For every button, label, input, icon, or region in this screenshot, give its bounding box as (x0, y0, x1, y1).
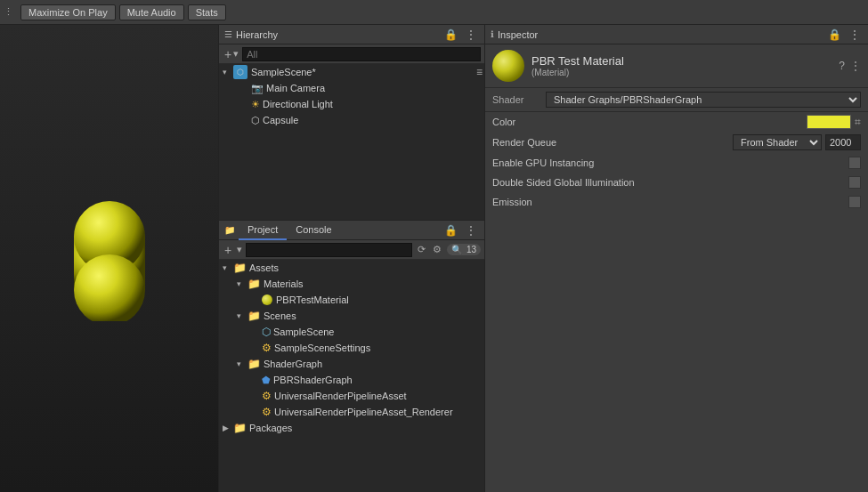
pbr-material-item[interactable]: PBRTestMaterial (219, 292, 484, 308)
packages-folder-icon: 📁 (233, 422, 247, 434)
project-folder-icon: 📁 (224, 225, 235, 235)
hierarchy-scene-item[interactable]: ▾ ⬡ SampleScene* ≡ (219, 64, 484, 80)
project-content: ▾ 📁 Assets ▾ 📁 Materials PBRTestMaterial (219, 260, 484, 492)
color-eyedropper-icon[interactable]: ⌗ (855, 116, 861, 128)
material-preview-sphere (492, 50, 524, 82)
inspector-lock-button[interactable]: 🔒 (826, 28, 843, 41)
color-swatch[interactable] (807, 115, 851, 129)
project-sync-button[interactable]: ⟳ (416, 244, 427, 255)
urp-renderer-icon: ⚙ (262, 406, 272, 418)
stats-button[interactable]: Stats (188, 4, 226, 20)
materials-folder-label: Materials (264, 278, 304, 289)
assets-root-item[interactable]: ▾ 📁 Assets (219, 260, 484, 276)
pbr-shader-label: PBRShaderGraph (273, 375, 353, 385)
render-queue-row: Render Queue From Shader (485, 132, 868, 153)
emission-row: Emission (485, 192, 868, 212)
shadergraph-arrow: ▾ (237, 359, 247, 368)
inspector-icon: ℹ (491, 29, 494, 39)
inspector-settings-button[interactable]: ⋮ (850, 60, 861, 72)
scenes-folder-item[interactable]: ▾ 📁 Scenes (219, 308, 484, 324)
vertical-dots-icon: ⋮ (4, 6, 13, 18)
inspector-help-button[interactable]: ? (839, 60, 845, 72)
project-filter-button[interactable]: ⚙ (431, 244, 443, 255)
shadergraph-folder-item[interactable]: ▾ 📁 ShaderGraph (219, 356, 484, 372)
urp-renderer-label: UniversalRenderPipelineAsset_Renderer (274, 407, 453, 417)
hierarchy-icon: ☰ (224, 29, 232, 39)
double-sided-checkbox[interactable] (848, 176, 861, 189)
mute-audio-button[interactable]: Mute Audio (119, 4, 184, 20)
maximize-on-play-button[interactable]: Maximize On Play (20, 4, 116, 20)
hierarchy-capsule-item[interactable]: ⬡ Capsule (219, 112, 484, 128)
material-name-label: PBR Test Material (531, 54, 624, 68)
urp-asset-label: UniversalRenderPipelineAsset (274, 391, 407, 401)
packages-label: Packages (249, 423, 292, 433)
hierarchy-light-item[interactable]: ☀ Directional Light (219, 96, 484, 112)
gpu-instancing-checkbox[interactable] (848, 157, 861, 169)
render-queue-label: Render Queue (492, 137, 733, 148)
hierarchy-title: Hierarchy (236, 29, 442, 40)
project-search-input[interactable] (246, 243, 412, 257)
assets-count-badge: 🔍 13 (447, 244, 481, 255)
sample-scene-settings-item[interactable]: ⚙ SampleSceneSettings (219, 340, 484, 356)
pbr-shader-item[interactable]: ⬟ PBRShaderGraph (219, 372, 484, 388)
hierarchy-camera-item[interactable]: 📷 Main Camera (219, 80, 484, 96)
hierarchy-panel: ☰ Hierarchy 🔒 ⋮ + ▾ ▾ ⬡ SampleScene* ≡ (219, 25, 484, 221)
material-title-group: PBR Test Material (Material) (531, 54, 624, 77)
assets-count-icon: 🔍 (451, 245, 462, 254)
capsule-label: Capsule (263, 115, 298, 125)
top-toolbar: ⋮ Maximize On Play Mute Audio Stats (0, 0, 868, 25)
emission-checkbox[interactable] (848, 196, 861, 208)
scenes-arrow: ▾ (237, 311, 247, 320)
tab-project[interactable]: Project (239, 221, 287, 240)
color-label: Color (492, 117, 807, 127)
double-sided-row: Double Sided Global Illumination (485, 173, 868, 192)
project-menu-button[interactable]: ⋮ (463, 223, 479, 238)
pbr-material-label: PBRTestMaterial (276, 294, 349, 305)
camera-label: Main Camera (266, 83, 325, 93)
hierarchy-content: ▾ ⬡ SampleScene* ≡ 📷 Main Camera ☀ Direc… (219, 64, 484, 220)
scene-hamburger-button[interactable]: ≡ (475, 66, 484, 78)
scenes-folder-icon: 📁 (247, 310, 261, 322)
project-toolbar: + ▾ ⟳ ⚙ 🔍 13 (219, 240, 484, 260)
project-lock-button[interactable]: 🔒 (442, 224, 459, 237)
scene-background (0, 25, 218, 492)
double-sided-label: Double Sided Global Illumination (492, 177, 848, 188)
hierarchy-add-button[interactable]: + (223, 47, 233, 61)
camera-icon: 📷 (251, 83, 264, 94)
pbr-material-icon (262, 294, 272, 305)
render-queue-dropdown[interactable]: From Shader (733, 134, 822, 150)
gpu-instancing-label: Enable GPU Instancing (492, 157, 848, 168)
material-header: PBR Test Material (Material) ? ⋮ (485, 44, 868, 88)
assets-folder-icon: 📁 (233, 262, 247, 274)
inspector-menu-button[interactable]: ⋮ (847, 28, 863, 42)
scenes-folder-label: Scenes (264, 311, 296, 321)
scene-icon: ⬡ (233, 65, 247, 79)
hierarchy-header: ☰ Hierarchy 🔒 ⋮ (219, 25, 484, 44)
hierarchy-lock-button[interactable]: 🔒 (442, 28, 459, 41)
materials-folder-item[interactable]: ▾ 📁 Materials (219, 276, 484, 292)
render-queue-value-input[interactable] (825, 134, 861, 150)
scene-settings-label: SampleSceneSettings (274, 343, 370, 353)
assets-arrow: ▾ (223, 263, 233, 272)
urp-renderer-item[interactable]: ⚙ UniversalRenderPipelineAsset_Renderer (219, 404, 484, 420)
project-add-button[interactable]: + (223, 243, 233, 257)
shader-dropdown[interactable]: Shader Graphs/PBRShaderGraph (546, 92, 861, 108)
hierarchy-search-input[interactable] (247, 49, 476, 60)
scene-settings-icon: ⚙ (262, 342, 272, 354)
assets-count-value: 13 (466, 245, 476, 254)
inspector-content: PBR Test Material (Material) ? ⋮ Shader … (485, 44, 868, 492)
packages-item[interactable]: ▶ 📁 Packages (219, 420, 484, 436)
color-row: Color ⌗ (485, 112, 868, 132)
project-add-dropdown-icon: ▾ (237, 244, 242, 255)
urp-asset-item[interactable]: ⚙ UniversalRenderPipelineAsset (219, 388, 484, 404)
capsule-object (69, 197, 150, 321)
light-icon: ☀ (251, 99, 260, 110)
materials-folder-icon: 📁 (247, 278, 261, 290)
sample-scene-icon: ⬡ (262, 326, 271, 338)
hierarchy-menu-button[interactable]: ⋮ (463, 28, 479, 42)
shadergraph-folder-icon: 📁 (247, 358, 261, 370)
scene-name-label: SampleScene* (251, 67, 316, 77)
hierarchy-add-dropdown-icon: ▾ (233, 48, 239, 60)
tab-console[interactable]: Console (287, 221, 340, 240)
sample-scene-item[interactable]: ⬡ SampleScene (219, 324, 484, 340)
